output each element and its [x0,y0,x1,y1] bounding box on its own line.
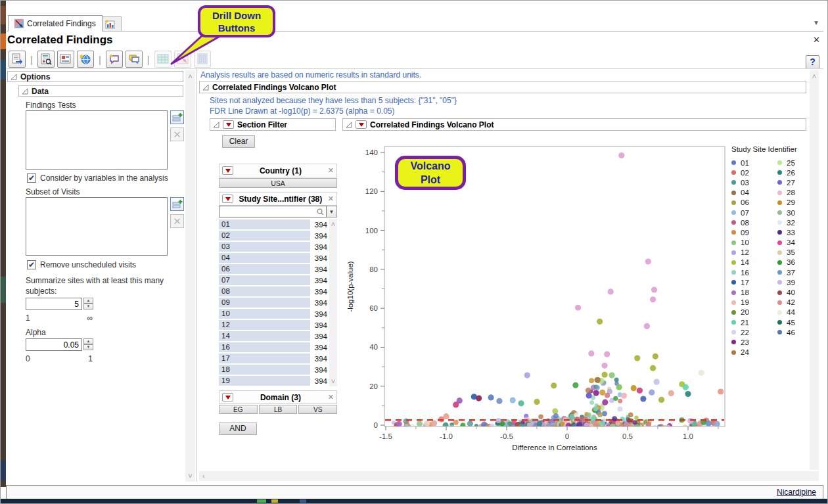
legend-item[interactable]: 14 [731,258,771,267]
red-menu-icon[interactable] [356,120,367,129]
legend-dot-icon [731,170,736,175]
legend-item[interactable]: 24 [731,348,771,357]
volcano-outline-header[interactable]: Correlated Findings Volcano Plot [199,81,806,93]
legend-item[interactable]: 08 [731,218,771,227]
section-filter-header[interactable]: Section Filter [210,118,336,131]
export-report-button[interactable] [9,51,26,68]
legend-item[interactable]: 02 [731,168,771,177]
domain-lb-button[interactable]: LB [259,405,298,414]
site-list-row[interactable]: 18394 [219,364,329,375]
legend-item[interactable]: 06 [731,198,771,208]
tab-list-dropdown-icon[interactable]: ▼ [813,19,819,26]
site-list-row[interactable]: 14394 [219,331,329,342]
close-icon[interactable]: ✕ [328,166,334,175]
spin-up-icon[interactable]: ▲ [83,298,93,304]
site-list-row[interactable]: 01394 [219,219,329,230]
legend-item[interactable]: 07 [731,208,771,218]
red-menu-icon[interactable] [222,195,233,203]
options-outline-header[interactable]: Options [7,71,183,82]
summarize-input[interactable] [26,298,82,310]
volcano-plot-header[interactable]: Correlated Findings Volcano Plot [342,118,806,131]
legend-item[interactable]: 04 [731,188,771,198]
site-list-row[interactable]: 04394 [219,252,329,263]
data-outline-header[interactable]: Data [18,85,183,97]
consider-by-variables-checkbox[interactable]: ✔ [27,173,36,183]
clear-button[interactable]: Clear [222,135,255,148]
legend-item[interactable]: 12 [731,248,771,258]
help-button[interactable]: ? [806,55,819,69]
legend-dot-icon [731,250,736,255]
red-menu-icon[interactable] [222,166,233,175]
remove-visits-button[interactable]: ✕ [170,214,184,228]
drill-down-table-button[interactable] [154,51,172,68]
publish-web-button[interactable] [77,51,94,68]
add-visits-button[interactable] [170,197,184,211]
close-icon[interactable]: ✕ [328,393,334,401]
search-dropdown-icon[interactable]: ▼ [327,206,337,218]
summarize-min: 1 [26,313,30,323]
site-list-row[interactable]: 17394 [219,353,329,364]
domain-vs-button[interactable]: VS [298,405,337,414]
site-list-row[interactable]: 19394 [219,375,329,386]
and-button[interactable]: AND [219,423,257,435]
legend-item[interactable]: 23 [731,337,771,347]
site-list-scrollbar[interactable]: ˄ ˅ [329,219,337,386]
site-list-row[interactable]: 12394 [219,319,329,331]
main-horizontal-scrollbar[interactable]: ‹ [199,471,819,481]
scroll-left-icon[interactable]: ‹ [202,472,205,480]
remove-unscheduled-checkbox[interactable]: ✔ [27,260,36,269]
legend-item[interactable]: 19 [731,298,771,308]
add-findings-tests-button[interactable] [170,110,184,124]
site-search-input[interactable] [219,206,327,218]
country-value-button[interactable]: USA [219,178,337,188]
scroll-down-icon[interactable]: ˅ [329,377,337,385]
legend-item[interactable]: 17 [731,277,771,287]
remove-findings-tests-button[interactable]: ✕ [170,127,184,141]
disclosure-icon [11,74,17,80]
spin-down-icon[interactable]: ▼ [83,304,93,309]
spin-up-icon[interactable]: ▲ [83,338,93,344]
scroll-down-icon[interactable]: ˅ [185,472,195,480]
site-list-row[interactable]: 02394 [219,230,329,241]
site-list-row[interactable]: 08394 [219,286,329,297]
main-vertical-scrollbar[interactable]: ˄ [810,70,819,470]
legend-item[interactable]: 01 [731,158,771,168]
save-image-button[interactable] [57,51,74,68]
show-notes-button[interactable] [126,51,143,68]
close-icon[interactable]: ✕ [328,195,334,203]
red-menu-icon[interactable] [222,393,233,401]
drill-down-columns-button[interactable] [194,51,211,68]
domain-eg-button[interactable]: EG [219,405,258,414]
legend-item[interactable]: 10 [731,238,771,248]
options-panel-scrollbar[interactable]: ˄ ˅ [185,70,195,482]
legend-item[interactable]: 16 [731,267,771,277]
site-list-row[interactable]: 10394 [219,308,329,319]
site-list-row[interactable]: 09394 [219,297,329,308]
legend-item[interactable]: 09 [731,227,771,237]
site-list-row[interactable]: 16394 [219,342,329,353]
tab-correlated-findings[interactable]: Correlated Findings [8,15,103,32]
panel-divider[interactable] [196,69,197,482]
legend-item[interactable]: 18 [731,287,771,297]
new-note-button[interactable] [106,51,123,68]
scroll-up-icon[interactable]: ˄ [329,220,337,228]
close-icon[interactable]: ✕ [813,35,820,45]
legend-item[interactable]: 22 [731,327,771,337]
subset-of-visits-listbox[interactable] [26,197,168,256]
legend-item[interactable]: 03 [731,177,771,187]
drill-down-plot-button[interactable] [174,51,191,68]
legend-item[interactable]: 20 [731,308,771,317]
findings-tests-listbox[interactable] [26,110,168,170]
legend-item[interactable]: 21 [731,317,771,327]
site-list-row[interactable]: 06394 [219,263,329,275]
red-menu-icon[interactable] [223,120,234,129]
study-link[interactable]: Nicardipine [777,488,816,497]
site-list-row[interactable]: 03394 [219,241,329,252]
scroll-up-icon[interactable]: ˄ [185,72,195,80]
disclosure-icon [22,88,28,95]
view-report-button[interactable] [37,51,55,68]
spin-down-icon[interactable]: ▼ [83,344,93,350]
alpha-input[interactable] [26,338,82,351]
scroll-up-icon[interactable]: ˄ [810,72,819,80]
site-list-row[interactable]: 07394 [219,275,329,286]
